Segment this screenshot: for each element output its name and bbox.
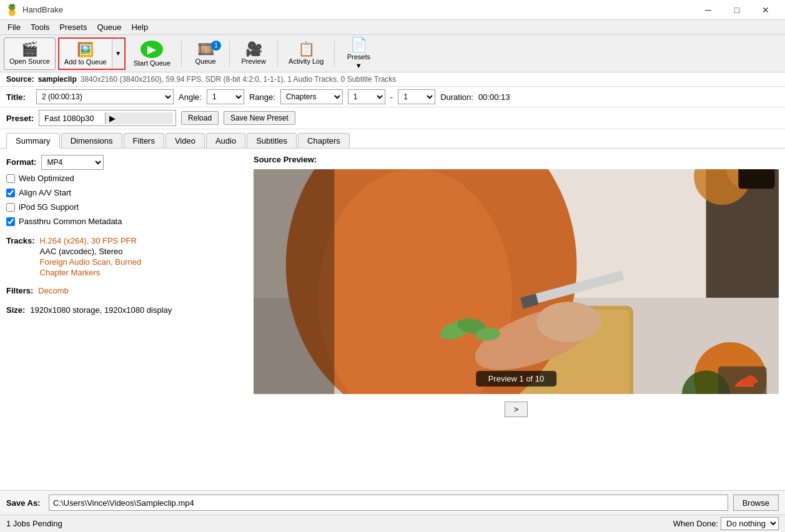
filters-section: Filters: Decomb <box>6 286 244 297</box>
add-queue-dropdown-arrow[interactable]: ▼ <box>112 39 124 69</box>
open-source-label: Open Source <box>9 57 50 65</box>
source-filename: sampleclip <box>38 75 77 84</box>
preview-nav: > <box>254 401 779 417</box>
when-done-select[interactable]: Do nothing <box>721 517 779 530</box>
angle-select[interactable]: 1 <box>207 89 244 104</box>
filters-label: Filters: <box>6 286 33 295</box>
open-source-icon: 🎬 <box>21 42 38 56</box>
add-queue-label: Add to Queue <box>64 58 107 66</box>
browse-button[interactable]: Browse <box>733 495 779 511</box>
format-select[interactable]: MP4 <box>41 155 104 170</box>
align-av-checkbox[interactable] <box>6 189 15 197</box>
open-source-button[interactable]: 🎬 Open Source <box>4 37 56 70</box>
duration-value: 00:00:13 <box>478 92 510 102</box>
preset-arrow[interactable]: ▶ <box>105 112 174 124</box>
preview-section-label: Source Preview: <box>254 155 779 164</box>
tab-dimensions[interactable]: Dimensions <box>61 133 122 148</box>
menu-presets[interactable]: Presets <box>54 21 92 33</box>
tabs-bar: Summary Dimensions Filters Video Audio S… <box>0 129 785 149</box>
presets-arrow: ▼ <box>355 62 362 69</box>
preview-icon: 🎥 <box>245 42 262 56</box>
toolbar: 🎬 Open Source 🖼️ Add to Queue ▼ ▶ Start … <box>0 35 785 72</box>
app-title: HandBrake <box>22 5 694 14</box>
menu-tools[interactable]: Tools <box>26 21 54 33</box>
filters-value: Decomb <box>38 286 68 295</box>
svg-point-7 <box>536 302 601 342</box>
ipod-checkbox[interactable] <box>6 203 15 212</box>
menu-help[interactable]: Help <box>126 21 153 33</box>
preset-box[interactable]: Fast 1080p30 ▶ <box>39 110 176 126</box>
track-3: Foreign Audio Scan, Burned <box>40 257 142 267</box>
tab-video[interactable]: Video <box>165 133 205 148</box>
ipod-row: iPod 5G Support <box>6 201 244 213</box>
size-label: Size: <box>6 305 25 315</box>
range-select[interactable]: Chapters <box>280 89 343 104</box>
menu-file[interactable]: File <box>2 21 26 33</box>
preview-scene-svg <box>254 169 779 394</box>
angle-label: Angle: <box>179 92 202 102</box>
web-optimized-checkbox[interactable] <box>6 174 15 183</box>
range-label: Range: <box>249 92 275 102</box>
add-to-queue-main[interactable]: 🖼️ Add to Queue <box>59 39 112 69</box>
chapter-dash: - <box>390 92 393 102</box>
tab-audio[interactable]: Audio <box>206 133 245 148</box>
toolbar-separator-2 <box>229 41 230 66</box>
tab-chapters[interactable]: Chapters <box>298 133 350 148</box>
source-info-row: Source: sampleclip 3840x2160 (3840x2160)… <box>0 72 785 87</box>
toolbar-separator-3 <box>277 41 278 66</box>
menu-bar: File Tools Presets Queue Help <box>0 20 785 35</box>
size-value: 1920x1080 storage, 1920x1080 display <box>30 305 172 315</box>
activity-log-button[interactable]: 📋 Activity Log <box>283 37 329 70</box>
format-label: Format: <box>6 157 36 167</box>
save-as-input[interactable] <box>49 495 728 511</box>
preview-next-button[interactable]: > <box>505 401 528 417</box>
right-panel: Source Preview: <box>254 155 779 484</box>
track-2: AAC (avcodec), Stereo <box>40 247 142 256</box>
title-select[interactable]: 2 (00:00:13) <box>36 89 174 104</box>
queue-button[interactable]: 🎞️ Queue 1 <box>187 37 224 70</box>
preset-value: Fast 1080p30 <box>44 114 105 123</box>
web-optimized-label: Web Optimized <box>19 174 74 183</box>
track-4: Chapter Markers <box>40 268 142 277</box>
activity-log-icon: 📋 <box>298 42 315 56</box>
size-section: Size: 1920x1080 storage, 1920x1080 displ… <box>6 305 244 316</box>
tracks-section: H.264 (x264), 30 FPS PFR AAC (avcodec), … <box>40 236 142 277</box>
save-as-bar: Save As: Browse <box>0 490 785 515</box>
chapter-start-select[interactable]: 1 <box>348 89 385 104</box>
presets-label: Presets <box>347 53 370 61</box>
preview-button[interactable]: 🎥 Preview <box>235 37 272 70</box>
add-to-queue-button[interactable]: 🖼️ Add to Queue ▼ <box>58 37 126 70</box>
web-optimized-row: Web Optimized <box>6 172 244 184</box>
tab-subtitles[interactable]: Subtitles <box>247 133 297 148</box>
preset-label: Preset: <box>6 114 34 123</box>
queue-label: Queue <box>195 57 216 65</box>
presets-button[interactable]: 📄 Presets ▼ <box>340 37 377 70</box>
tab-summary[interactable]: Summary <box>6 133 60 149</box>
start-queue-button[interactable]: ▶ Start Queue <box>128 37 176 70</box>
reload-button[interactable]: Reload <box>181 111 219 125</box>
passthru-checkbox[interactable] <box>6 217 15 226</box>
track-1: H.264 (x264), 30 FPS PFR <box>40 236 142 245</box>
save-new-preset-button[interactable]: Save New Preset <box>224 111 295 125</box>
chapter-end-select[interactable]: 1 <box>398 89 435 104</box>
minimize-button[interactable]: ─ <box>694 0 723 20</box>
preview-badge: Preview 1 of 10 <box>476 371 557 387</box>
when-done-label: When Done: <box>673 519 718 528</box>
presets-icon: 📄 <box>350 38 367 52</box>
jobs-pending: 1 Jobs Pending <box>6 519 62 528</box>
passthru-row: Passthru Common Metadata <box>6 215 244 227</box>
maximize-button[interactable]: □ <box>723 0 751 20</box>
format-group: Format: MP4 Web Optimized Align A/V Star… <box>6 155 244 227</box>
title-bar: 🍍 HandBrake ─ □ ✕ <box>0 0 785 20</box>
tab-filters[interactable]: Filters <box>124 133 164 148</box>
close-button[interactable]: ✕ <box>751 0 780 20</box>
align-av-row: Align A/V Start <box>6 187 244 199</box>
queue-badge: 1 <box>211 41 221 51</box>
title-label: Title: <box>6 92 31 102</box>
toolbar-separator-1 <box>181 41 182 66</box>
ipod-label: iPod 5G Support <box>19 202 79 212</box>
menu-queue[interactable]: Queue <box>92 21 126 33</box>
duration-label: Duration: <box>440 92 473 102</box>
svg-rect-17 <box>738 169 774 189</box>
add-queue-icon: 🖼️ <box>77 42 94 58</box>
